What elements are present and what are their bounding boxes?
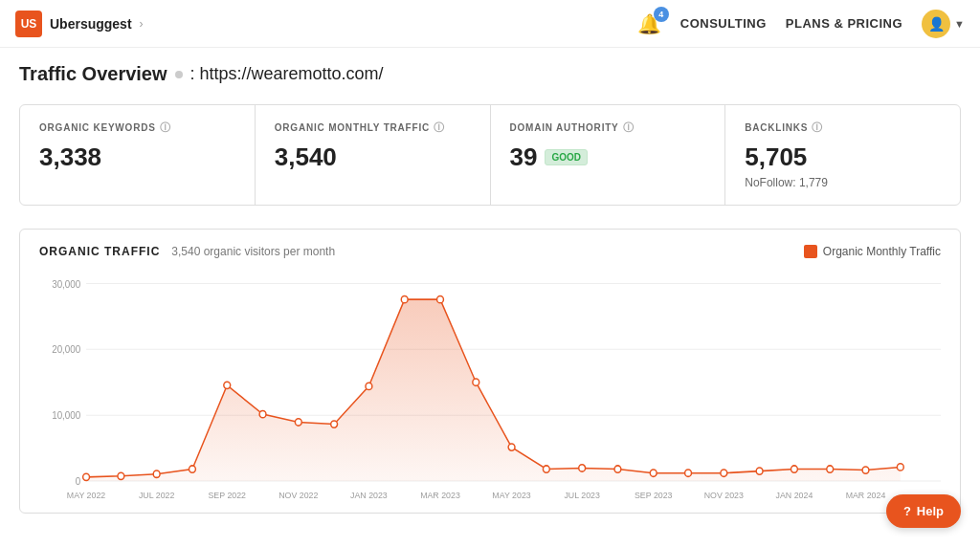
svg-point-17 [401, 295, 408, 302]
svg-point-16 [366, 383, 372, 389]
legend-label: Organic Monthly Traffic [823, 245, 941, 258]
avatar-chevron-icon: ▼ [954, 18, 965, 30]
nofollow-count: NoFollow: 1,779 [745, 176, 941, 189]
svg-point-9 [118, 472, 124, 479]
stat-value-domain-authority: 39 GOOD [510, 142, 706, 172]
svg-point-15 [331, 421, 338, 427]
svg-point-23 [614, 466, 621, 472]
svg-point-24 [650, 470, 657, 476]
svg-point-21 [543, 466, 549, 472]
stat-label-backlinks: BACKLINKS ⓘ [745, 120, 941, 135]
chart-section: ORGANIC TRAFFIC 3,540 organic visitors p… [19, 229, 961, 514]
svg-point-8 [83, 473, 90, 480]
svg-text:NOV 2023: NOV 2023 [704, 491, 744, 500]
info-icon-keywords[interactable]: ⓘ [160, 120, 171, 135]
page-content: Traffic Overview : https://wearemotto.co… [0, 48, 980, 529]
svg-text:NOV 2022: NOV 2022 [278, 491, 318, 500]
help-button[interactable]: ? Help [886, 494, 961, 528]
traffic-chart: 30,000 20,000 10,000 0 [39, 274, 941, 503]
stats-cards: ORGANIC KEYWORDS ⓘ 3,338 ORGANIC MONTHLY… [19, 104, 961, 206]
svg-text:MAY 2022: MAY 2022 [67, 491, 105, 500]
logo-badge: US [15, 11, 42, 37]
svg-text:20,000: 20,000 [52, 344, 80, 355]
svg-point-25 [685, 470, 692, 476]
analyzed-url: : https://wearemotto.com/ [190, 64, 384, 84]
help-icon: ? [903, 504, 911, 518]
svg-text:MAR 2024: MAR 2024 [846, 491, 886, 500]
svg-point-11 [189, 466, 196, 472]
header-actions: 🔔 4 CONSULTING PLANS & PRICING 👤 ▼ [637, 10, 965, 38]
svg-text:30,000: 30,000 [52, 278, 80, 289]
top-navigation: US Ubersuggest › 🔔 4 CONSULTING PLANS & … [0, 0, 980, 48]
title-dot [175, 71, 183, 78]
brand-name[interactable]: Ubersuggest [50, 16, 132, 32]
good-badge: GOOD [545, 149, 588, 165]
user-avatar-menu[interactable]: 👤 ▼ [922, 10, 965, 38]
consulting-nav[interactable]: CONSULTING [680, 16, 767, 31]
svg-point-18 [437, 295, 444, 302]
chart-subtitle: 3,540 organic visitors per month [171, 245, 335, 258]
chart-title: ORGANIC TRAFFIC [39, 245, 160, 258]
info-icon-domain-authority[interactable]: ⓘ [623, 120, 635, 135]
info-icon-backlinks[interactable]: ⓘ [812, 120, 823, 135]
chart-title-group: ORGANIC TRAFFIC 3,540 organic visitors p… [39, 245, 335, 258]
svg-point-30 [862, 467, 869, 473]
help-label: Help [917, 504, 944, 518]
svg-point-12 [224, 382, 231, 388]
svg-point-20 [508, 444, 515, 450]
stat-card-domain-authority: DOMAIN AUTHORITY ⓘ 39 GOOD [491, 105, 726, 205]
page-title-text: Traffic Overview [19, 63, 167, 85]
stat-label-monthly-traffic: ORGANIC MONTHLY TRAFFIC ⓘ [275, 120, 471, 135]
stat-value-keywords: 3,338 [39, 142, 235, 172]
stat-value-backlinks: 5,705 [745, 142, 941, 172]
svg-text:0: 0 [76, 476, 81, 487]
chart-header: ORGANIC TRAFFIC 3,540 organic visitors p… [39, 245, 941, 258]
svg-point-29 [827, 466, 834, 472]
svg-text:JUL 2022: JUL 2022 [139, 491, 174, 500]
stat-label-domain-authority: DOMAIN AUTHORITY ⓘ [510, 120, 706, 135]
svg-point-13 [259, 410, 266, 417]
chart-legend: Organic Monthly Traffic [804, 245, 941, 258]
stat-card-keywords: ORGANIC KEYWORDS ⓘ 3,338 [20, 105, 256, 205]
chart-area: 30,000 20,000 10,000 0 [39, 274, 941, 503]
svg-point-10 [153, 470, 160, 477]
pricing-nav[interactable]: PLANS & PRICING [786, 16, 902, 31]
info-icon-monthly-traffic[interactable]: ⓘ [434, 120, 445, 135]
notification-count: 4 [654, 7, 669, 22]
svg-text:MAR 2023: MAR 2023 [420, 491, 460, 500]
svg-text:10,000: 10,000 [52, 410, 80, 421]
svg-text:MAY 2023: MAY 2023 [492, 491, 530, 500]
notification-bell[interactable]: 🔔 4 [637, 12, 661, 35]
svg-text:SEP 2023: SEP 2023 [635, 491, 673, 500]
svg-point-31 [897, 464, 903, 470]
svg-point-27 [756, 468, 763, 474]
stat-card-backlinks: BACKLINKS ⓘ 5,705 NoFollow: 1,779 [725, 105, 960, 205]
svg-point-14 [295, 419, 301, 426]
svg-text:JUL 2023: JUL 2023 [564, 491, 599, 500]
svg-text:JAN 2023: JAN 2023 [350, 491, 388, 500]
svg-point-28 [791, 466, 797, 472]
stat-label-keywords: ORGANIC KEYWORDS ⓘ [39, 120, 235, 135]
page-title-row: Traffic Overview : https://wearemotto.co… [19, 63, 961, 85]
svg-point-26 [721, 470, 727, 476]
svg-text:SEP 2022: SEP 2022 [208, 491, 246, 500]
svg-point-22 [579, 465, 586, 471]
avatar: 👤 [922, 10, 950, 38]
breadcrumb-chevron: › [140, 17, 144, 31]
legend-color-swatch [804, 245, 817, 258]
svg-text:JAN 2024: JAN 2024 [776, 491, 813, 500]
brand-section: US Ubersuggest › [15, 11, 144, 37]
svg-point-19 [473, 379, 479, 385]
stat-value-monthly-traffic: 3,540 [275, 142, 471, 172]
stat-card-monthly-traffic: ORGANIC MONTHLY TRAFFIC ⓘ 3,540 [256, 105, 491, 205]
